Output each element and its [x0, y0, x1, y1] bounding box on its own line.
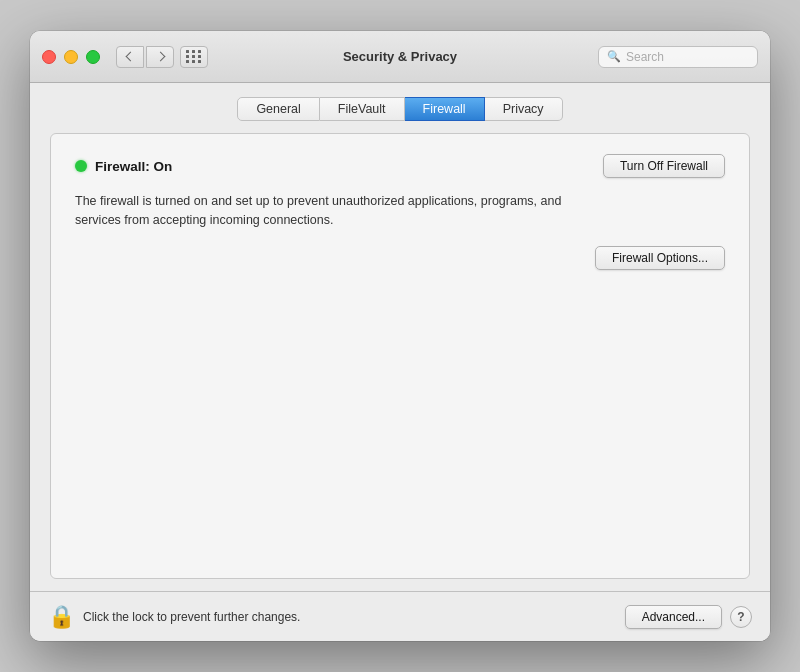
tab-general[interactable]: General — [237, 97, 319, 121]
forward-icon — [155, 52, 165, 62]
close-button[interactable] — [42, 50, 56, 64]
firewall-status-row: Firewall: On Turn Off Firewall — [75, 154, 725, 178]
maximize-button[interactable] — [86, 50, 100, 64]
advanced-button[interactable]: Advanced... — [625, 605, 722, 629]
bottom-bar: 🔒 Click the lock to prevent further chan… — [30, 591, 770, 641]
bottom-buttons: Advanced... ? — [625, 605, 752, 629]
tab-firewall[interactable]: Firewall — [405, 97, 485, 121]
title-bar: Security & Privacy 🔍 Search — [30, 31, 770, 83]
tab-privacy[interactable]: Privacy — [485, 97, 563, 121]
firewall-options-button[interactable]: Firewall Options... — [595, 246, 725, 270]
back-icon — [125, 52, 135, 62]
lock-text: Click the lock to prevent further change… — [83, 610, 625, 624]
nav-buttons — [116, 46, 174, 68]
search-icon: 🔍 — [607, 50, 621, 63]
status-left: Firewall: On — [75, 159, 172, 174]
search-input[interactable]: Search — [626, 50, 664, 64]
grid-icon — [186, 50, 202, 63]
back-button[interactable] — [116, 46, 144, 68]
lock-icon[interactable]: 🔒 — [48, 604, 75, 630]
main-window: Security & Privacy 🔍 Search General File… — [30, 31, 770, 641]
tab-bar: General FileVault Firewall Privacy — [30, 83, 770, 121]
minimize-button[interactable] — [64, 50, 78, 64]
firewall-description: The firewall is turned on and set up to … — [75, 192, 595, 230]
forward-button[interactable] — [146, 46, 174, 68]
window-title: Security & Privacy — [343, 49, 457, 64]
content-area: Firewall: On Turn Off Firewall The firew… — [50, 133, 750, 579]
help-button[interactable]: ? — [730, 606, 752, 628]
turn-off-firewall-button[interactable]: Turn Off Firewall — [603, 154, 725, 178]
tab-filevault[interactable]: FileVault — [320, 97, 405, 121]
status-indicator — [75, 160, 87, 172]
search-box[interactable]: 🔍 Search — [598, 46, 758, 68]
traffic-lights — [42, 50, 100, 64]
options-row: Firewall Options... — [75, 246, 725, 270]
grid-view-button[interactable] — [180, 46, 208, 68]
firewall-status-label: Firewall: On — [95, 159, 172, 174]
